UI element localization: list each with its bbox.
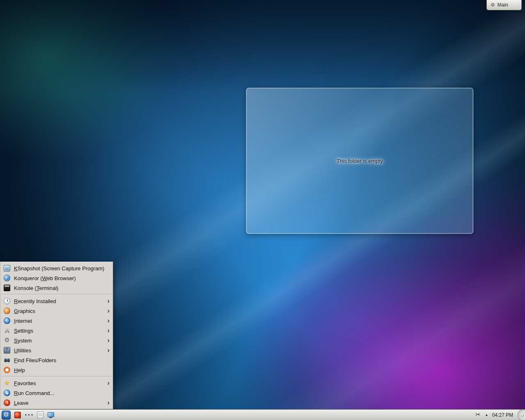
submenu-arrow-icon: › [107,338,110,343]
find-files-icon [4,357,10,363]
menu-item-favorites[interactable]: Favorites› [0,378,113,388]
settings-category-icon [4,327,10,334]
kde-logo-icon: ⚙ [3,412,9,418]
menu-item-leave[interactable]: Leave› [0,398,113,408]
panel-left: ⚙ ••• [1,410,54,420]
menu-item-find-files[interactable]: Find Files/Folders [0,355,113,365]
submenu-arrow-icon: › [107,328,110,333]
monitor-icon[interactable] [47,412,54,418]
submenu-arrow-icon: › [107,298,110,304]
menu-item-label: Favorites [14,380,104,386]
menu-item-konqueror[interactable]: Konqueror (Web Browser) [0,273,113,283]
menu-item-konsole[interactable]: Konsole (Terminal) [0,283,113,293]
menu-item-help[interactable]: Help [0,365,113,375]
kmenu-button[interactable]: ⚙ [2,411,11,420]
submenu-arrow-icon: › [107,318,110,324]
taskbar-panel: ⚙ ••• ✂▴ 04:27 PM [0,409,525,420]
menu-item-label: Konqueror (Web Browser) [14,275,110,281]
menu-item-label: Konsole (Terminal) [14,285,110,291]
clock[interactable]: 04:27 PM [492,412,513,418]
submenu-arrow-icon: › [107,347,110,353]
document-icon[interactable] [37,411,43,418]
folder-view-widget[interactable]: This folder is empty [246,88,473,234]
menu-item-label: Settings [14,328,104,334]
panel-cashew[interactable] [518,409,525,420]
submenu-arrow-icon: › [107,400,110,406]
menu-item-label: Find Files/Folders [14,357,110,363]
menu-item-graphics[interactable]: Graphics› [0,306,113,316]
menu-item-run-command[interactable]: Run Command... [0,388,113,398]
panel-right: ✂▴ 04:27 PM [476,410,525,420]
konsole-terminal-icon [4,285,10,291]
desktop: ⚙ Main This folder is empty KSnapshot (S… [0,0,525,420]
menu-item-label: Utilities [14,347,104,354]
run-command-icon [4,390,10,396]
red-app-icon[interactable] [14,412,21,418]
recently-installed-icon [4,298,10,304]
menu-item-label: System [14,338,104,344]
menu-separator [1,376,112,377]
help-icon [4,367,10,373]
menu-item-label: Internet [14,318,104,324]
overflow-dots-icon[interactable]: ••• [25,412,34,418]
menu-item-label: Graphics [14,308,104,314]
scissors-icon[interactable]: ✂ [476,412,481,418]
up-arrow-icon[interactable]: ▴ [486,413,488,417]
menu-separator [1,294,112,295]
utilities-category-icon [4,347,10,354]
leave-power-icon [4,399,10,406]
menu-item-recently-installed[interactable]: Recently Installed› [0,296,113,306]
system-category-icon [4,337,10,344]
cashew-icon [521,413,524,417]
kmenu: KSnapshot (Screen Capture Program)Konque… [0,262,113,409]
submenu-arrow-icon: › [107,380,110,386]
main-activity-tab[interactable]: ⚙ Main [486,0,522,10]
favorites-star-icon [4,380,10,386]
main-tab-label: Main [498,2,508,8]
system-tray: ✂▴ [476,412,488,418]
menu-item-label: Help [14,367,110,373]
menu-item-utilities[interactable]: Utilities› [0,345,113,355]
menu-item-ksnapshot[interactable]: KSnapshot (Screen Capture Program) [0,263,113,273]
ksnapshot-icon [4,265,10,272]
menu-item-label: Run Command... [14,390,110,396]
menu-item-label: KSnapshot (Screen Capture Program) [14,265,110,272]
graphics-category-icon [4,308,10,314]
menu-item-label: Leave [14,400,104,406]
konqueror-browser-icon [4,275,10,281]
internet-category-icon [4,317,10,324]
menu-item-internet[interactable]: Internet› [0,316,113,326]
menu-item-system[interactable]: System› [0,336,113,345]
quicklaunch: ••• [11,410,54,420]
folder-empty-text: This folder is empty [337,158,383,164]
activity-icon: ⚙ [491,2,495,7]
menu-item-label: Recently Installed [14,298,104,304]
menu-item-settings[interactable]: Settings› [0,326,113,336]
submenu-arrow-icon: › [107,308,110,314]
